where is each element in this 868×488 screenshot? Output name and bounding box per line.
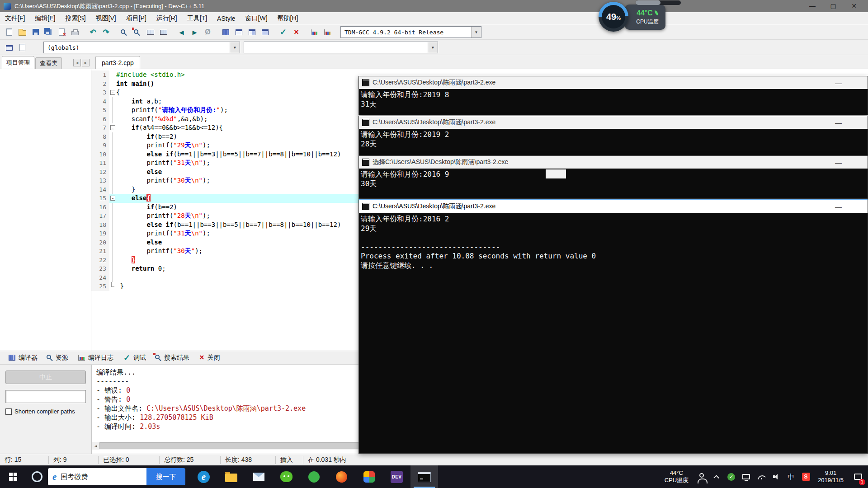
members-select[interactable]: ▼ bbox=[244, 42, 438, 53]
menu-item-3[interactable]: 搜索[S] bbox=[60, 12, 90, 24]
line-number[interactable]: 12 bbox=[91, 168, 109, 177]
redo-icon[interactable] bbox=[99, 26, 113, 38]
syntax-check-icon[interactable] bbox=[277, 26, 290, 38]
taskbar-search-widget[interactable]: e 国考缴费 bbox=[48, 468, 146, 485]
people-button[interactable] bbox=[694, 465, 709, 488]
volume-tray-button[interactable] bbox=[769, 465, 783, 488]
line-number[interactable]: 25 bbox=[91, 282, 109, 291]
menu-item-5[interactable]: 项目[P] bbox=[121, 12, 151, 24]
menu-item-4[interactable]: 视图[V] bbox=[91, 12, 121, 24]
console-window-2[interactable]: C:\Users\ASUS\Desktop\陈雨涵\part3-2.exe — … bbox=[359, 116, 868, 155]
fold-collapse-icon[interactable]: - bbox=[110, 196, 115, 201]
stop-execution-icon[interactable] bbox=[290, 26, 303, 38]
clock[interactable]: 9:01 2019/11/5 bbox=[813, 469, 848, 484]
close-file-icon[interactable] bbox=[55, 26, 68, 38]
file-explorer-taskbar-button[interactable] bbox=[217, 465, 245, 488]
green-app-taskbar-button[interactable] bbox=[300, 465, 328, 488]
compiler-select[interactable]: TDM-GCC 4.9.2 64-bit Release ▼ bbox=[340, 26, 481, 38]
bottom-tab-search-results[interactable]: 搜索结果 bbox=[151, 351, 194, 364]
line-number[interactable]: 24 bbox=[91, 273, 109, 282]
menu-item-10[interactable]: 帮助[H] bbox=[273, 12, 303, 24]
line-number[interactable]: 17 bbox=[91, 211, 109, 221]
tray-cpu-temp[interactable]: 44°C CPU温度 bbox=[665, 469, 689, 484]
line-number[interactable]: 14 bbox=[91, 185, 109, 194]
replace-icon[interactable] bbox=[131, 26, 144, 38]
scroll-left-icon[interactable]: ◄ bbox=[92, 443, 99, 448]
bottom-tab-compile-log[interactable]: 编译日志 bbox=[73, 351, 118, 364]
print-icon[interactable] bbox=[68, 26, 81, 38]
menu-item-6[interactable]: 运行[R] bbox=[151, 12, 182, 24]
console-window-1[interactable]: C:\Users\ASUS\Desktop\陈雨涵\part3-2.exe — … bbox=[359, 76, 868, 115]
compile-icon[interactable] bbox=[219, 26, 232, 38]
project-options-icon[interactable] bbox=[16, 41, 29, 54]
search-button[interactable]: 搜一下 bbox=[146, 468, 185, 485]
wechat-taskbar-button[interactable] bbox=[273, 465, 300, 488]
tray-expand-button[interactable] bbox=[709, 465, 724, 488]
tab-scroll-left-icon[interactable]: ◄ bbox=[73, 59, 81, 66]
security-tray-button[interactable]: ✓ bbox=[724, 465, 739, 488]
bottom-tab-debug[interactable]: 调试 bbox=[118, 351, 151, 364]
new-project-icon[interactable] bbox=[3, 41, 16, 54]
minimize-button[interactable]: — bbox=[835, 159, 842, 166]
checkbox-icon[interactable] bbox=[5, 408, 12, 415]
wifi-tray-button[interactable] bbox=[754, 465, 769, 488]
fold-margin[interactable]: - bbox=[109, 88, 116, 97]
open-icon[interactable] bbox=[16, 26, 29, 38]
chevron-down-icon[interactable]: ▼ bbox=[230, 42, 240, 53]
minimize-button[interactable]: — bbox=[802, 0, 823, 12]
line-number[interactable]: 1 bbox=[91, 70, 109, 80]
bottom-tab-close[interactable]: 关闭 bbox=[194, 351, 225, 364]
widget-slider[interactable] bbox=[636, 0, 681, 5]
network-tray-button[interactable] bbox=[739, 465, 754, 488]
console-titlebar[interactable]: C:\Users\ASUS\Desktop\陈雨涵\part3-2.exe — bbox=[359, 116, 868, 129]
compile-and-run-icon[interactable] bbox=[245, 26, 259, 38]
line-number[interactable]: 5 bbox=[91, 106, 109, 115]
tab-scroll-right-icon[interactable]: ► bbox=[82, 59, 90, 66]
line-number[interactable]: 4 bbox=[91, 97, 109, 106]
fold-collapse-icon[interactable]: - bbox=[110, 90, 115, 95]
save-all-icon[interactable] bbox=[42, 26, 55, 38]
menu-item-8[interactable]: AStyle bbox=[212, 12, 240, 24]
console-window-3[interactable]: 选择C:\Users\ASUS\Desktop\陈雨涵\part3-2.exe … bbox=[359, 155, 868, 199]
line-number[interactable]: 6 bbox=[91, 115, 109, 124]
line-number[interactable]: 22 bbox=[91, 256, 109, 265]
line-number[interactable]: 13 bbox=[91, 176, 109, 185]
line-number[interactable]: 10 bbox=[91, 150, 109, 159]
start-button[interactable] bbox=[0, 465, 26, 488]
line-number[interactable]: 11 bbox=[91, 159, 109, 168]
console-titlebar[interactable]: 选择C:\Users\ASUS\Desktop\陈雨涵\part3-2.exe … bbox=[359, 156, 868, 169]
minimize-button[interactable]: — bbox=[835, 203, 842, 211]
cpu-usage-gauge[interactable]: 49% bbox=[599, 2, 628, 32]
back-icon[interactable] bbox=[175, 26, 188, 38]
line-number[interactable]: 7 bbox=[91, 123, 109, 132]
line-number[interactable]: 23 bbox=[91, 264, 109, 273]
find-in-files-icon[interactable] bbox=[144, 26, 157, 38]
run-icon[interactable] bbox=[232, 26, 245, 38]
bottom-tab-resources[interactable]: 资源 bbox=[42, 351, 73, 364]
profile-icon[interactable] bbox=[308, 26, 321, 38]
delete-profiling-icon[interactable] bbox=[321, 26, 334, 38]
firefox-taskbar-button[interactable] bbox=[328, 465, 355, 488]
fold-margin[interactable]: - bbox=[109, 123, 116, 132]
console-window-4[interactable]: C:\Users\ASUS\Desktop\陈雨涵\part3-2.exe — … bbox=[359, 199, 868, 454]
chevron-down-icon[interactable]: ▼ bbox=[428, 42, 438, 53]
line-number[interactable]: 20 bbox=[91, 238, 109, 247]
abort-icon[interactable] bbox=[201, 26, 214, 38]
chevron-down-icon[interactable]: ▼ bbox=[471, 27, 481, 38]
cortana-button[interactable] bbox=[26, 465, 48, 488]
globals-select[interactable]: (globals) ▼ bbox=[43, 42, 240, 53]
sogou-tray-button[interactable]: S bbox=[798, 465, 813, 488]
line-number[interactable]: 2 bbox=[91, 80, 109, 89]
bottom-tab-compiler[interactable]: 编译器 bbox=[4, 351, 42, 364]
forward-icon[interactable] bbox=[188, 26, 201, 38]
console-running-taskbar-button[interactable] bbox=[410, 465, 438, 488]
fold-collapse-icon[interactable]: - bbox=[110, 125, 115, 130]
ime-indicator[interactable]: 中 bbox=[783, 465, 798, 488]
rebuild-icon[interactable] bbox=[259, 26, 272, 38]
maximize-button[interactable]: ▢ bbox=[823, 0, 844, 12]
line-number[interactable]: 16 bbox=[91, 203, 109, 212]
line-number[interactable]: 21 bbox=[91, 247, 109, 256]
window-titlebar[interactable]: C:\Users\ASUS\Desktop\陈雨涵\part3-2.cpp - … bbox=[0, 0, 868, 12]
action-center-button[interactable]: 1 bbox=[848, 465, 868, 488]
menu-item-2[interactable]: 编辑[E] bbox=[30, 12, 60, 24]
